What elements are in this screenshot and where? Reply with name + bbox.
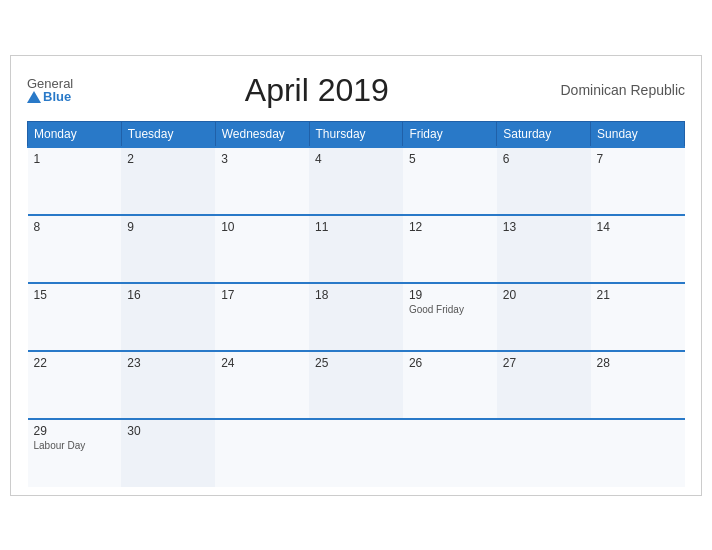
day-cell: 4	[309, 147, 403, 215]
calendar-body: 12345678910111213141516171819Good Friday…	[28, 147, 685, 487]
header-monday: Monday	[28, 121, 122, 147]
day-number: 2	[127, 152, 209, 166]
day-number: 29	[34, 424, 116, 438]
day-number: 30	[127, 424, 209, 438]
day-cell: 17	[215, 283, 309, 351]
day-number: 4	[315, 152, 397, 166]
day-number: 21	[597, 288, 679, 302]
day-cell: 14	[591, 215, 685, 283]
day-cell: 22	[28, 351, 122, 419]
day-cell: 23	[121, 351, 215, 419]
day-number: 18	[315, 288, 397, 302]
day-cell: 30	[121, 419, 215, 487]
day-number: 26	[409, 356, 491, 370]
day-number: 28	[597, 356, 679, 370]
day-number: 16	[127, 288, 209, 302]
calendar-header: General Blue April 2019 Dominican Republ…	[27, 72, 685, 109]
header-friday: Friday	[403, 121, 497, 147]
day-number: 6	[503, 152, 585, 166]
day-number: 7	[597, 152, 679, 166]
week-row-2: 891011121314	[28, 215, 685, 283]
day-cell: 27	[497, 351, 591, 419]
logo-triangle-icon	[27, 91, 41, 103]
day-cell: 11	[309, 215, 403, 283]
day-cell: 10	[215, 215, 309, 283]
week-row-3: 1516171819Good Friday2021	[28, 283, 685, 351]
day-cell	[309, 419, 403, 487]
day-cell: 5	[403, 147, 497, 215]
day-cell: 28	[591, 351, 685, 419]
day-number: 9	[127, 220, 209, 234]
calendar-country: Dominican Republic	[560, 82, 685, 98]
day-cell	[215, 419, 309, 487]
day-number: 5	[409, 152, 491, 166]
header-sunday: Sunday	[591, 121, 685, 147]
day-number: 13	[503, 220, 585, 234]
day-number: 22	[34, 356, 116, 370]
day-cell: 8	[28, 215, 122, 283]
day-cell: 19Good Friday	[403, 283, 497, 351]
day-cell	[403, 419, 497, 487]
day-number: 3	[221, 152, 303, 166]
day-cell: 15	[28, 283, 122, 351]
day-event: Labour Day	[34, 440, 116, 451]
day-number: 1	[34, 152, 116, 166]
day-cell: 3	[215, 147, 309, 215]
day-cell: 16	[121, 283, 215, 351]
calendar-title: April 2019	[73, 72, 560, 109]
day-cell: 18	[309, 283, 403, 351]
week-row-5: 29Labour Day30	[28, 419, 685, 487]
header-saturday: Saturday	[497, 121, 591, 147]
logo-blue-text: Blue	[27, 90, 71, 103]
day-number: 24	[221, 356, 303, 370]
day-cell: 2	[121, 147, 215, 215]
day-cell: 7	[591, 147, 685, 215]
day-number: 25	[315, 356, 397, 370]
day-cell: 6	[497, 147, 591, 215]
header-thursday: Thursday	[309, 121, 403, 147]
day-number: 20	[503, 288, 585, 302]
day-cell	[591, 419, 685, 487]
day-cell: 13	[497, 215, 591, 283]
day-number: 19	[409, 288, 491, 302]
day-cell: 24	[215, 351, 309, 419]
logo: General Blue	[27, 77, 73, 103]
calendar-table: Monday Tuesday Wednesday Thursday Friday…	[27, 121, 685, 487]
header-wednesday: Wednesday	[215, 121, 309, 147]
day-number: 27	[503, 356, 585, 370]
day-cell: 20	[497, 283, 591, 351]
day-cell: 12	[403, 215, 497, 283]
week-row-4: 22232425262728	[28, 351, 685, 419]
day-cell: 1	[28, 147, 122, 215]
day-cell: 29Labour Day	[28, 419, 122, 487]
day-number: 15	[34, 288, 116, 302]
day-number: 12	[409, 220, 491, 234]
day-cell: 25	[309, 351, 403, 419]
day-cell: 26	[403, 351, 497, 419]
calendar-container: General Blue April 2019 Dominican Republ…	[10, 55, 702, 496]
header-tuesday: Tuesday	[121, 121, 215, 147]
day-number: 11	[315, 220, 397, 234]
day-number: 23	[127, 356, 209, 370]
day-cell	[497, 419, 591, 487]
week-row-1: 1234567	[28, 147, 685, 215]
weekday-header-row: Monday Tuesday Wednesday Thursday Friday…	[28, 121, 685, 147]
day-number: 17	[221, 288, 303, 302]
day-number: 10	[221, 220, 303, 234]
day-cell: 21	[591, 283, 685, 351]
day-cell: 9	[121, 215, 215, 283]
day-number: 8	[34, 220, 116, 234]
day-event: Good Friday	[409, 304, 491, 315]
day-number: 14	[597, 220, 679, 234]
